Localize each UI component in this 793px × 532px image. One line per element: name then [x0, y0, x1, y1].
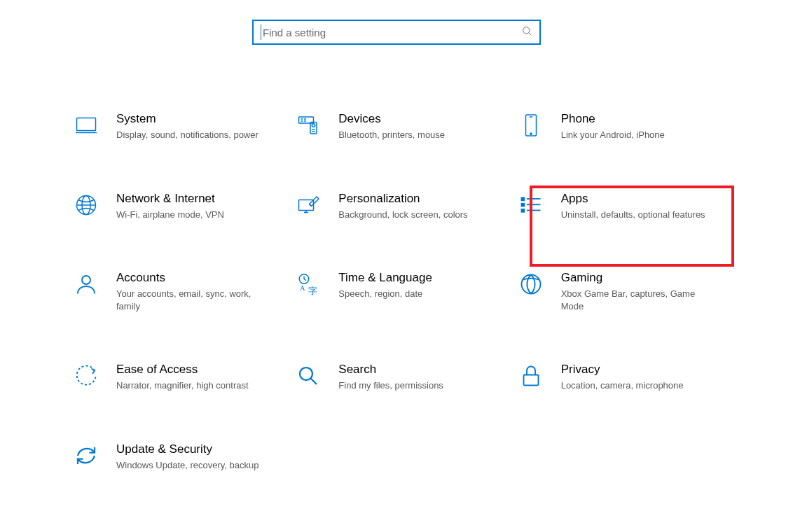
tile-phone[interactable]: Phone Link your Android, iPhone — [515, 108, 723, 146]
tile-desc: Location, camera, microphone — [561, 379, 684, 392]
tile-desc: Narrator, magnifier, high contrast — [116, 379, 249, 392]
text-caret — [261, 24, 261, 40]
privacy-icon — [518, 363, 544, 389]
svg-rect-24 — [521, 203, 524, 206]
tile-desc: Find my files, permissions — [338, 379, 443, 392]
tile-desc: Bluetooth, printers, mouse — [338, 129, 445, 141]
svg-line-37 — [311, 379, 317, 384]
tile-desc: Display, sound, notifications, power — [116, 129, 258, 141]
tile-title: Network & Internet — [116, 192, 224, 206]
personalization-icon — [295, 192, 322, 218]
tile-title: System — [116, 112, 258, 126]
tile-search[interactable]: Search Find my files, permissions — [292, 358, 500, 396]
svg-point-0 — [523, 27, 530, 34]
tile-ease-of-access[interactable]: Ease of Access Narrator, magnifier, high… — [70, 358, 278, 396]
svg-text:字: 字 — [308, 286, 317, 296]
tile-devices[interactable]: Devices Bluetooth, printers, mouse — [292, 108, 500, 146]
svg-rect-2 — [77, 118, 96, 131]
tile-personalization[interactable]: Personalization Background, lock screen,… — [292, 188, 500, 225]
apps-icon — [518, 192, 544, 218]
tile-desc: Windows Update, recovery, backup — [116, 459, 259, 472]
search-icon — [521, 25, 532, 39]
tile-title: Phone — [561, 112, 665, 126]
devices-icon — [295, 112, 322, 139]
globe-icon — [73, 192, 99, 218]
tile-desc: Uninstall, defaults, optional features — [561, 209, 705, 221]
tile-privacy[interactable]: Privacy Location, camera, microphone — [515, 358, 723, 396]
tile-title: Privacy — [561, 363, 684, 377]
svg-point-35 — [521, 275, 540, 294]
svg-point-15 — [530, 133, 532, 134]
svg-point-10 — [312, 124, 316, 127]
svg-rect-23 — [521, 197, 524, 200]
svg-line-22 — [310, 204, 312, 206]
tile-network[interactable]: Network & Internet Wi-Fi, airplane mode,… — [70, 188, 278, 225]
search-box[interactable] — [252, 20, 541, 45]
system-icon — [73, 112, 99, 139]
search-tile-icon — [295, 363, 322, 389]
svg-text:A: A — [300, 284, 305, 292]
svg-rect-38 — [523, 375, 538, 386]
gaming-icon — [518, 271, 544, 298]
tile-title: Apps — [561, 192, 705, 206]
tile-title: Update & Security — [116, 442, 259, 456]
tile-desc: Xbox Game Bar, captures, Game Mode — [561, 288, 708, 312]
search-input[interactable] — [263, 27, 521, 38]
search-container — [0, 0, 793, 45]
tile-title: Devices — [338, 112, 445, 126]
phone-icon — [518, 112, 544, 139]
settings-grid: System Display, sound, notifications, po… — [0, 45, 793, 475]
accounts-icon — [73, 271, 99, 298]
tile-title: Ease of Access — [116, 363, 249, 377]
update-icon — [73, 442, 99, 469]
tile-desc: Speech, region, date — [338, 288, 432, 300]
tile-title: Search — [338, 363, 443, 377]
tile-apps[interactable]: Apps Uninstall, defaults, optional featu… — [515, 188, 723, 225]
svg-rect-25 — [521, 209, 524, 212]
time-language-icon: A 字 — [295, 271, 322, 298]
svg-point-36 — [300, 368, 312, 380]
tile-title: Personalization — [338, 192, 467, 206]
tile-title: Accounts — [116, 271, 263, 285]
tile-title: Time & Language — [338, 271, 432, 285]
svg-line-32 — [304, 279, 306, 281]
svg-point-29 — [82, 276, 90, 284]
svg-line-1 — [529, 33, 531, 35]
tile-gaming[interactable]: Gaming Xbox Game Bar, captures, Game Mod… — [515, 267, 723, 316]
tile-time-language[interactable]: A 字 Time & Language Speech, region, date — [292, 267, 500, 316]
tile-title: Gaming — [561, 271, 708, 285]
ease-of-access-icon — [73, 363, 99, 389]
tile-update-security[interactable]: Update & Security Windows Update, recove… — [70, 438, 278, 476]
tile-desc: Link your Android, iPhone — [561, 129, 665, 141]
tile-desc: Background, lock screen, colors — [338, 209, 467, 221]
tile-system[interactable]: System Display, sound, notifications, po… — [70, 108, 278, 146]
tile-desc: Wi-Fi, airplane mode, VPN — [116, 209, 224, 221]
tile-desc: Your accounts, email, sync, work, family — [116, 288, 263, 312]
tile-accounts[interactable]: Accounts Your accounts, email, sync, wor… — [70, 267, 278, 316]
